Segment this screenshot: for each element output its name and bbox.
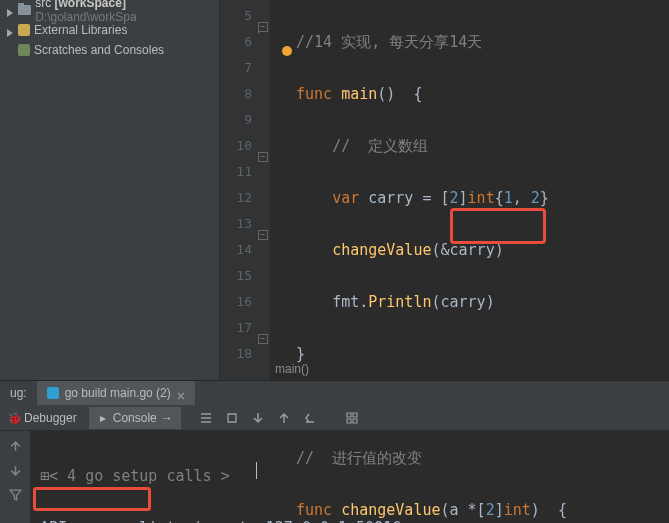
code-line: var carry = [2]int{1, 2} bbox=[296, 185, 669, 211]
arrow-right-icon: → bbox=[161, 411, 173, 425]
close-icon[interactable] bbox=[177, 389, 185, 397]
console-line: ⊞< 4 go setup calls > bbox=[40, 463, 659, 489]
line-gutter: 5 6 7 8 9 10 11 12 13 14 15 16 17 18 − −… bbox=[220, 0, 270, 380]
line-number: 7 bbox=[220, 55, 270, 81]
down-button[interactable] bbox=[247, 407, 269, 429]
tree-item-label: Scratches and Consoles bbox=[34, 43, 164, 57]
scroll-button[interactable] bbox=[221, 407, 243, 429]
tab-label: go build main.go (2) bbox=[65, 386, 171, 400]
code-line: // 定义数组 bbox=[296, 133, 669, 159]
line-number: 16 bbox=[220, 289, 270, 315]
tree-root-label: src [workSpace] D:\goland\workSpa bbox=[35, 0, 219, 24]
code-line: changeValue(&carry) bbox=[296, 237, 669, 263]
code-area[interactable]: //14 实现, 每天分享14天 func main() { // 定义数组 v… bbox=[270, 0, 669, 380]
expand-icon bbox=[6, 6, 14, 14]
step-button[interactable] bbox=[299, 407, 321, 429]
line-number: 14 bbox=[220, 237, 270, 263]
scratch-icon bbox=[18, 44, 30, 56]
code-line: func main() { bbox=[296, 81, 669, 107]
project-tree[interactable]: src [workSpace] D:\goland\workSpa Extern… bbox=[0, 0, 220, 380]
expand-icon bbox=[6, 26, 14, 34]
up-button[interactable] bbox=[273, 407, 295, 429]
code-line: } bbox=[296, 341, 669, 367]
line-number: 11 bbox=[220, 159, 270, 185]
line-number: 12 bbox=[220, 185, 270, 211]
console-icon: ▸ bbox=[97, 412, 109, 424]
console-line: API server listening at: 127.0.0.1:50916 bbox=[40, 515, 659, 523]
tab-label: Console bbox=[113, 411, 157, 425]
folder-icon bbox=[18, 5, 31, 15]
tab-console[interactable]: ▸ Console → bbox=[89, 407, 181, 429]
panel-subtitle: ug: bbox=[0, 381, 37, 405]
fold-icon[interactable]: − bbox=[258, 334, 268, 344]
line-number: 9 bbox=[220, 107, 270, 133]
text-caret bbox=[256, 462, 257, 479]
wrap-button[interactable] bbox=[195, 407, 217, 429]
console-output[interactable]: ⊞< 4 go setup calls > API server listeni… bbox=[30, 431, 669, 523]
bug-icon: 🐞 bbox=[8, 412, 20, 424]
tree-scratches[interactable]: Scratches and Consoles bbox=[0, 40, 219, 60]
up-arrow-icon[interactable] bbox=[6, 437, 24, 455]
console-toolbar bbox=[0, 431, 30, 523]
tree-item-label: External Libraries bbox=[34, 23, 127, 37]
tab-label: Debugger bbox=[24, 411, 77, 425]
fold-icon[interactable]: − bbox=[258, 22, 268, 32]
tree-root[interactable]: src [workSpace] D:\goland\workSpa bbox=[0, 0, 219, 20]
down-arrow-icon[interactable] bbox=[6, 461, 24, 479]
fold-icon[interactable]: − bbox=[258, 152, 268, 162]
grid-button[interactable] bbox=[341, 407, 363, 429]
code-line: //14 实现, 每天分享14天 bbox=[296, 29, 669, 55]
line-number: 8 bbox=[220, 81, 270, 107]
fold-icon[interactable]: − bbox=[258, 230, 268, 240]
library-icon bbox=[18, 24, 30, 36]
breadcrumb[interactable]: main() bbox=[275, 362, 309, 376]
tab-debugger[interactable]: 🐞 Debugger bbox=[0, 407, 85, 429]
line-number: 15 bbox=[220, 263, 270, 289]
code-line: fmt.Println(carry) bbox=[296, 289, 669, 315]
highlight-box bbox=[33, 487, 151, 511]
editor[interactable]: 5 6 7 8 9 10 11 12 13 14 15 16 17 18 − −… bbox=[220, 0, 669, 380]
run-config-tab[interactable]: go build main.go (2) bbox=[37, 381, 195, 405]
filter-icon[interactable] bbox=[6, 485, 24, 503]
line-number: 18 bbox=[220, 341, 270, 367]
go-icon bbox=[47, 387, 59, 399]
